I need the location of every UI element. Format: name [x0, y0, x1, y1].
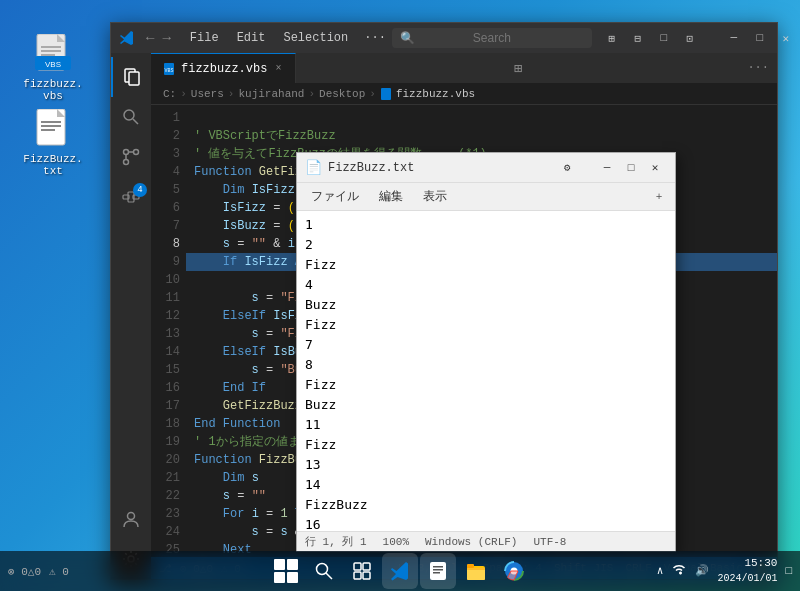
svg-rect-4 — [41, 50, 61, 52]
search-taskbar-icon — [314, 561, 334, 581]
explorer-taskbar-icon — [465, 560, 487, 582]
breadcrumb: C: › Users › kujirahand › Desktop › fizz… — [151, 83, 777, 105]
taskbar-vscode-warnings: ⚠ 0 — [49, 565, 69, 578]
window-close-button[interactable]: ✕ — [774, 29, 798, 47]
notepad-line: 1 — [305, 215, 667, 235]
more-tabs-button[interactable]: ··· — [739, 61, 777, 75]
window-layout-button[interactable]: ⊞ — [600, 29, 624, 47]
svg-text:VBS: VBS — [164, 68, 173, 74]
tab-label: fizzbuzz.vbs — [181, 62, 267, 76]
svg-text:VBS: VBS — [45, 60, 61, 69]
taskbar-notepad-button[interactable] — [420, 553, 456, 589]
notepad-menu-view[interactable]: 表示 — [413, 185, 457, 208]
svg-point-24 — [128, 513, 135, 520]
window-minimize-button[interactable]: ⊟ — [626, 29, 650, 47]
nav-arrows: ← → — [143, 30, 174, 46]
notepad-maximize-button[interactable]: □ — [619, 158, 643, 178]
svg-rect-3 — [41, 46, 61, 48]
notepad-title-bar: 📄 FizzBuzz.txt ⚙ ─ □ ✕ — [297, 153, 675, 183]
desktop-icon-txt[interactable]: FizzBuzz.txt — [18, 105, 88, 181]
breadcrumb-c: C: — [163, 88, 176, 100]
notepad-settings-button[interactable]: ⚙ — [555, 158, 579, 178]
notepad-line: 2 — [305, 235, 667, 255]
activity-account-icon[interactable] — [111, 499, 151, 539]
menu-edit[interactable]: Edit — [229, 29, 274, 47]
txt-file-icon — [33, 109, 73, 149]
notepad-zoom: 100% — [383, 536, 409, 548]
taskbar-center — [268, 553, 532, 589]
svg-rect-5 — [41, 54, 55, 56]
notepad-new-tab-button[interactable]: + — [647, 187, 671, 207]
desktop-icon-txt-label: FizzBuzz.txt — [22, 153, 84, 177]
svg-rect-32 — [363, 563, 370, 570]
vscode-title-bar: ← → File Edit Selection ··· 🔍 ⊞ ⊟ □ ⊡ ─ … — [111, 23, 777, 53]
taskbar-notification-button[interactable]: □ — [785, 565, 792, 577]
svg-line-30 — [326, 573, 332, 579]
taskbar-datetime: 15:30 2024/01/01 — [717, 556, 777, 585]
svg-rect-35 — [430, 562, 446, 580]
notepad-line: 14 — [305, 475, 667, 495]
svg-rect-11 — [41, 121, 61, 123]
notepad-line: Buzz — [305, 295, 667, 315]
taskbar-browser-button[interactable] — [496, 553, 532, 589]
notepad-menu-edit[interactable]: 編集 — [369, 185, 413, 208]
vbs-tab-icon: VBS — [163, 63, 175, 75]
svg-line-17 — [133, 119, 138, 124]
notepad-close-button[interactable]: ✕ — [643, 158, 667, 178]
notepad-line: 11 — [305, 415, 667, 435]
breadcrumb-filename: fizzbuzz.vbs — [396, 88, 475, 100]
svg-point-29 — [317, 564, 328, 575]
taskbar-volume-icon: 🔊 — [695, 564, 709, 577]
tab-fizzbuzz-vbs[interactable]: VBS fizzbuzz.vbs × — [151, 53, 296, 83]
activity-extensions-icon[interactable] — [111, 177, 151, 217]
taskbar-explorer-button[interactable] — [458, 553, 494, 589]
nav-forward-button[interactable]: → — [159, 30, 173, 46]
svg-rect-36 — [433, 566, 443, 568]
notepad-status-bar: 行 1, 列 1 100% Windows (CRLF) UTF-8 — [297, 531, 675, 551]
notepad-menu-file[interactable]: ファイル — [301, 185, 369, 208]
window-split-button[interactable]: ⊡ — [678, 29, 702, 47]
breadcrumb-desktop: Desktop — [319, 88, 365, 100]
taskbar-vscode-button[interactable] — [382, 553, 418, 589]
layout-button[interactable]: ⊞ — [506, 60, 530, 77]
menu-bar: File Edit Selection ··· — [182, 29, 392, 47]
taskbar-vscode-errors: ⊗ 0△0 — [8, 565, 41, 578]
activity-explorer-icon[interactable] — [111, 57, 151, 97]
activity-git-icon[interactable] — [111, 137, 151, 177]
vscode-taskbar-icon — [389, 560, 411, 582]
desktop-icon-vbs[interactable]: VBS fizzbuzz.vbs — [18, 30, 88, 106]
notepad-line: Fizz — [305, 255, 667, 275]
notepad-title-icon: 📄 — [305, 159, 322, 176]
menu-selection[interactable]: Selection — [275, 29, 356, 47]
svg-rect-34 — [363, 572, 370, 579]
window-minimize-os-button[interactable]: ─ — [722, 29, 746, 47]
menu-more[interactable]: ··· — [358, 29, 392, 47]
notepad-line: Fizz — [305, 375, 667, 395]
vscode-logo-icon — [119, 30, 135, 46]
tab-close-button[interactable]: × — [273, 62, 283, 75]
notepad-cursor-pos: 行 1, 列 1 — [305, 534, 367, 549]
taskbar-search-button[interactable] — [306, 553, 342, 589]
notepad-line: FizzBuzz — [305, 495, 667, 515]
notepad-window: 📄 FizzBuzz.txt ⚙ ─ □ ✕ ファイル 編集 表示 + 1 2 … — [296, 152, 676, 552]
notepad-encoding: UTF-8 — [533, 536, 566, 548]
window-restore-button[interactable]: □ — [748, 29, 772, 47]
menu-file[interactable]: File — [182, 29, 227, 47]
window-maximize-button[interactable]: □ — [652, 29, 676, 47]
line-numbers: 1 2 3 4 5 6 7 8 9 10 11 12 13 14 — [151, 105, 186, 557]
taskbar-start-button[interactable] — [268, 553, 304, 589]
taskbar: ⊗ 0△0 ⚠ 0 — [0, 551, 800, 591]
search-input[interactable] — [392, 28, 592, 48]
taskbar-task-view-button[interactable] — [344, 553, 380, 589]
nav-back-button[interactable]: ← — [143, 30, 157, 46]
window-controls: ⊞ ⊟ □ ⊡ ─ □ ✕ — [600, 29, 798, 47]
notepad-menu-bar: ファイル 編集 表示 + — [297, 183, 675, 211]
desktop: VBS fizzbuzz.vbs FizzBuzz.txt — [0, 0, 800, 591]
notepad-minimize-button[interactable]: ─ — [595, 158, 619, 178]
breadcrumb-users: Users — [191, 88, 224, 100]
svg-rect-40 — [467, 568, 485, 580]
activity-search-icon[interactable] — [111, 97, 151, 137]
task-view-icon — [352, 561, 372, 581]
taskbar-wifi-icon — [671, 563, 687, 578]
notepad-title-label: FizzBuzz.txt — [328, 161, 555, 175]
